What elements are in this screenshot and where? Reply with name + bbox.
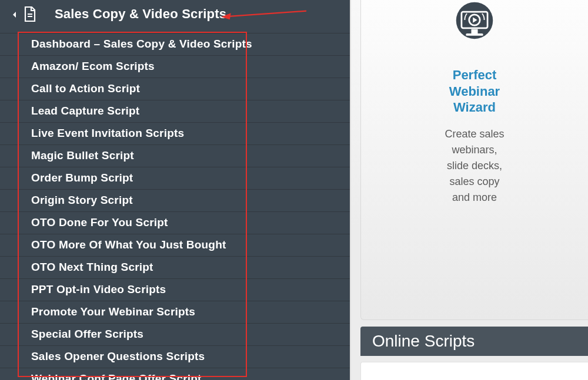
svg-rect-8 bbox=[471, 29, 477, 33]
sidebar-menu: Dashboard – Sales Copy & Video Scripts A… bbox=[0, 33, 350, 380]
menu-item[interactable]: Webinar Conf Page Offer Script bbox=[0, 368, 350, 380]
sidebar: Sales Copy & Video Scripts Dashboard – S… bbox=[0, 0, 350, 380]
menu-item[interactable]: OTO Done For You Script bbox=[0, 212, 350, 234]
wizard-card[interactable]: Perfect Webinar Wizard Create sales webi… bbox=[360, 0, 588, 320]
main-content: Perfect Webinar Wizard Create sales webi… bbox=[350, 0, 588, 380]
wizard-title[interactable]: Perfect Webinar Wizard bbox=[361, 67, 588, 116]
menu-item[interactable]: OTO More Of What You Just Bought bbox=[0, 234, 350, 257]
svg-rect-9 bbox=[466, 33, 483, 36]
menu-item[interactable]: Sales Opener Questions Scripts bbox=[0, 346, 350, 368]
wizard-description: Create sales webinars, slide decks, sale… bbox=[361, 126, 588, 206]
document-icon bbox=[23, 6, 37, 22]
menu-item[interactable]: Magic Bullet Script bbox=[0, 145, 350, 167]
sidebar-section-title[interactable]: Sales Copy & Video Scripts bbox=[55, 6, 226, 22]
menu-item[interactable]: Lead Capture Script bbox=[0, 100, 350, 123]
sidebar-header[interactable]: Sales Copy & Video Scripts bbox=[0, 0, 350, 33]
menu-item[interactable]: Call to Action Script bbox=[0, 78, 350, 100]
collapse-triangle-icon[interactable] bbox=[13, 12, 16, 18]
menu-item[interactable]: OTO Next Thing Script bbox=[0, 257, 350, 279]
menu-item[interactable]: Special Offer Scripts bbox=[0, 324, 350, 346]
menu-item[interactable]: Amazon/ Ecom Scripts bbox=[0, 56, 350, 78]
menu-item[interactable]: Dashboard – Sales Copy & Video Scripts bbox=[0, 33, 350, 56]
menu-item[interactable]: PPT Opt-in Video Scripts bbox=[0, 279, 350, 301]
section-heading-online-scripts: Online Scripts bbox=[360, 327, 588, 356]
section-heading-label: Online Scripts bbox=[372, 332, 475, 351]
menu-item[interactable]: Live Event Invitation Scripts bbox=[0, 123, 350, 145]
menu-item[interactable]: Origin Story Script bbox=[0, 190, 350, 212]
webinar-monitor-icon bbox=[447, 0, 502, 54]
content-card bbox=[360, 362, 588, 380]
menu-item[interactable]: Order Bump Script bbox=[0, 167, 350, 190]
menu-item[interactable]: Promote Your Webinar Scripts bbox=[0, 301, 350, 324]
